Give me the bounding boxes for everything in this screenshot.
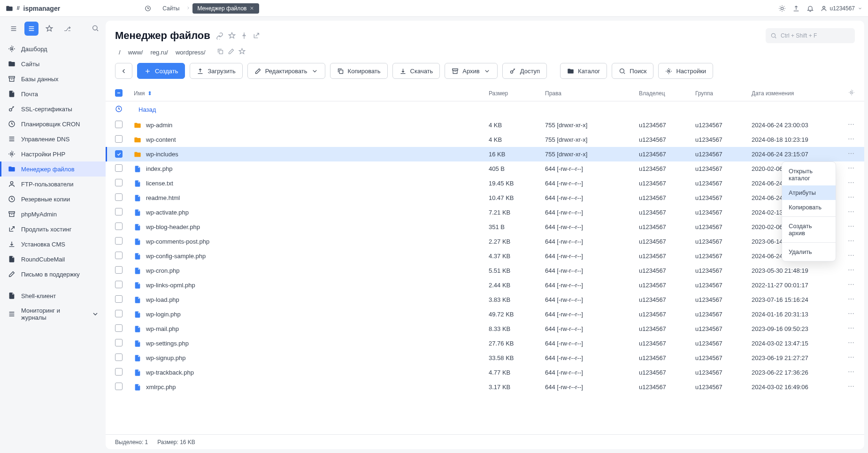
- sidebar-fav-icon[interactable]: [42, 22, 56, 36]
- bell-icon[interactable]: [807, 5, 814, 12]
- sidebar-search-icon[interactable]: [92, 24, 99, 33]
- row-menu-icon[interactable]: [847, 181, 855, 188]
- brand-logo[interactable]: //ispmanager: [6, 5, 60, 12]
- select-all-checkbox[interactable]: [115, 89, 123, 97]
- row-menu-icon[interactable]: [847, 268, 855, 275]
- table-row[interactable]: xmlrpc.php 3.17 KB 644 [-rw-r--r--] u123…: [106, 380, 864, 394]
- download-button[interactable]: Скачать: [392, 63, 440, 79]
- crumb-1[interactable]: www/: [124, 47, 147, 58]
- ctx-item-1[interactable]: Атрибуты: [782, 185, 836, 200]
- table-row[interactable]: wp-comments-post.php 2.27 KB 644 [-rw-r-…: [106, 234, 864, 249]
- row-menu-icon[interactable]: [847, 384, 855, 392]
- table-row[interactable]: wp-activate.php 7.21 KB 644 [-rw-r--r--]…: [106, 205, 864, 220]
- nav-item-6[interactable]: Управление DNS: [0, 131, 106, 146]
- col-date[interactable]: Дата изменения: [752, 90, 836, 97]
- row-menu-icon[interactable]: [847, 326, 855, 333]
- back-row[interactable]: Назад: [106, 101, 864, 118]
- row-checkbox[interactable]: [115, 281, 123, 288]
- row-menu-icon[interactable]: [847, 283, 855, 290]
- row-menu-icon[interactable]: [847, 224, 855, 231]
- row-checkbox[interactable]: [115, 252, 123, 259]
- row-menu-icon[interactable]: [847, 152, 855, 159]
- col-gear-icon[interactable]: [848, 91, 855, 97]
- row-checkbox[interactable]: [115, 353, 123, 361]
- nav-item-11[interactable]: phpMyAdmin: [0, 207, 106, 222]
- back-button[interactable]: [115, 63, 132, 79]
- table-row[interactable]: wp-login.php 49.72 KB 644 [-rw-r--r--] u…: [106, 307, 864, 322]
- nav-item-0[interactable]: Дашборд: [0, 41, 106, 56]
- user-menu[interactable]: u1234567: [821, 5, 862, 12]
- row-checkbox[interactable]: [115, 121, 123, 128]
- col-size[interactable]: Размер: [489, 90, 545, 97]
- table-row[interactable]: wp-cron.php 5.51 KB 644 [-rw-r--r--] u12…: [106, 263, 864, 278]
- star-icon[interactable]: [228, 32, 236, 39]
- nav-item-13[interactable]: Установка CMS: [0, 237, 106, 252]
- access-button[interactable]: Доступ: [502, 63, 547, 79]
- col-name[interactable]: Имя ⬍: [134, 90, 489, 97]
- nav-item-17[interactable]: Мониторинг и журналы: [0, 303, 106, 325]
- table-row[interactable]: wp-mail.php 8.33 KB 644 [-rw-r--r--] u12…: [106, 322, 864, 336]
- ctx-item-3[interactable]: Создать архив: [782, 219, 836, 240]
- row-menu-icon[interactable]: [847, 341, 855, 348]
- ctx-item-2[interactable]: Копировать: [782, 200, 836, 215]
- row-checkbox[interactable]: [115, 383, 123, 390]
- col-group[interactable]: Группа: [695, 90, 752, 97]
- row-menu-icon[interactable]: [847, 123, 855, 130]
- bc-copy-icon[interactable]: [217, 48, 224, 56]
- ctx-item-0[interactable]: Открыть каталог: [782, 164, 836, 185]
- nav-item-12[interactable]: Продлить хостинг: [0, 222, 106, 237]
- row-menu-icon[interactable]: [847, 297, 855, 304]
- nav-item-10[interactable]: Резервные копии: [0, 192, 106, 207]
- archive-button[interactable]: Архив: [445, 63, 497, 79]
- col-perm[interactable]: Права: [545, 90, 639, 97]
- pin-icon[interactable]: [240, 32, 248, 39]
- ctx-item-4[interactable]: Удалить: [782, 245, 836, 259]
- table-row[interactable]: wp-content 4 KB 755 [drwxr-xr-x] u123456…: [106, 132, 864, 147]
- nav-item-8[interactable]: Менеджер файлов: [0, 161, 106, 177]
- row-menu-icon[interactable]: [847, 239, 855, 246]
- link-icon[interactable]: [216, 32, 223, 39]
- catalog-button[interactable]: Каталог: [560, 63, 607, 79]
- table-row[interactable]: wp-blog-header.php 351 B 644 [-rw-r--r--…: [106, 220, 864, 234]
- nav-item-16[interactable]: Shell-клиент: [0, 288, 106, 303]
- row-checkbox[interactable]: [115, 237, 123, 245]
- nav-item-2[interactable]: Базы данных: [0, 71, 106, 86]
- row-checkbox[interactable]: [115, 310, 123, 317]
- search-input[interactable]: Ctrl + Shift + F: [766, 28, 855, 43]
- copy-button[interactable]: Копировать: [330, 63, 388, 79]
- row-checkbox[interactable]: [115, 150, 123, 158]
- nav-item-5[interactable]: Планировщик CRON: [0, 116, 106, 131]
- upload-button[interactable]: Загрузить: [190, 63, 242, 79]
- settings-button[interactable]: Настройки: [658, 63, 713, 79]
- row-checkbox[interactable]: [115, 208, 123, 215]
- table-row[interactable]: wp-links-opml.php 2.44 KB 644 [-rw-r--r-…: [106, 278, 864, 292]
- create-button[interactable]: Создать: [137, 63, 185, 79]
- table-row[interactable]: wp-admin 4 KB 755 [drwxr-xr-x] u1234567 …: [106, 118, 864, 132]
- nav-item-7[interactable]: Настройки PHP: [0, 146, 106, 161]
- table-row[interactable]: wp-includes 16 KB 755 [drwxr-xr-x] u1234…: [106, 147, 864, 161]
- nav-item-14[interactable]: RoundCubeMail: [0, 252, 106, 267]
- edit-button[interactable]: Редактировать: [247, 63, 325, 79]
- row-checkbox[interactable]: [115, 339, 123, 346]
- table-row[interactable]: wp-config-sample.php 4.37 KB 644 [-rw-r-…: [106, 249, 864, 263]
- bc-edit-icon[interactable]: [228, 48, 235, 56]
- row-checkbox[interactable]: [115, 295, 123, 303]
- row-menu-icon[interactable]: [847, 370, 855, 377]
- row-checkbox[interactable]: [115, 324, 123, 332]
- row-menu-icon[interactable]: [847, 355, 855, 362]
- table-row[interactable]: wp-load.php 3.83 KB 644 [-rw-r--r--] u12…: [106, 292, 864, 307]
- col-owner[interactable]: Владелец: [639, 90, 695, 97]
- table-row[interactable]: index.php 405 B 644 [-rw-r--r--] u123456…: [106, 161, 864, 176]
- table-row[interactable]: readme.html 10.47 KB 644 [-rw-r--r--] u1…: [106, 191, 864, 205]
- row-checkbox[interactable]: [115, 223, 123, 230]
- row-menu-icon[interactable]: [847, 312, 855, 319]
- row-menu-icon[interactable]: [847, 253, 855, 261]
- search-button[interactable]: Поиск: [612, 63, 653, 79]
- row-menu-icon[interactable]: [847, 166, 855, 173]
- row-menu-icon[interactable]: [847, 195, 855, 202]
- table-row[interactable]: license.txt 19.45 KB 644 [-rw-r--r--] u1…: [106, 176, 864, 191]
- table-row[interactable]: wp-settings.php 27.76 KB 644 [-rw-r--r--…: [106, 336, 864, 351]
- history-icon[interactable]: [140, 3, 156, 14]
- sidebar-view-list-icon[interactable]: [24, 22, 38, 36]
- crumb-2[interactable]: reg.ru/: [146, 47, 172, 58]
